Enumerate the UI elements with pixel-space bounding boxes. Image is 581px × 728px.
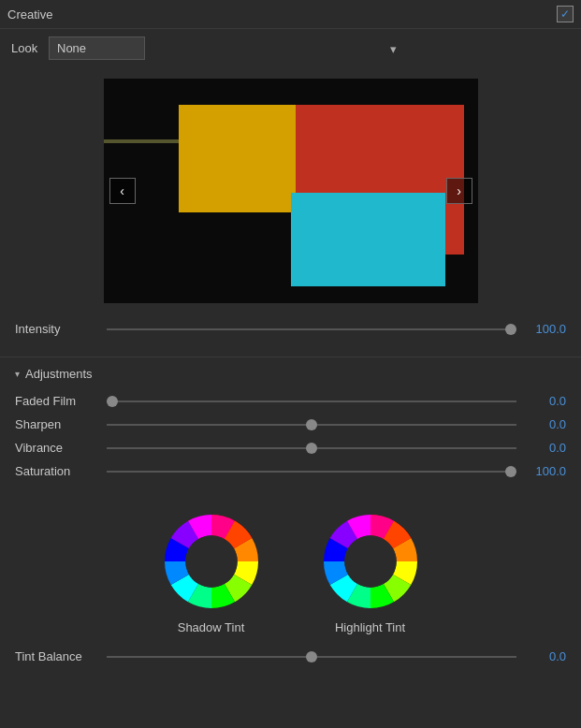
scratch-overlay <box>104 139 179 143</box>
panel-title: Creative <box>7 7 52 22</box>
look-row: Look None Fuji Velvia Kodak Portra Cross… <box>0 29 581 67</box>
intensity-slider[interactable] <box>107 328 516 330</box>
look-select[interactable]: None Fuji Velvia Kodak Portra Cross Proc… <box>49 36 145 60</box>
shadow-tint-label: Shadow Tint <box>178 620 245 634</box>
sharpen-value: 0.0 <box>524 417 566 431</box>
faded-film-row: Faded Film 0.0 <box>15 394 566 408</box>
tint-balance-section: Tint Balance 0.0 <box>0 642 581 680</box>
next-arrow-button[interactable]: › <box>446 178 472 204</box>
look-label: Look <box>11 41 39 55</box>
svg-point-2 <box>344 535 396 587</box>
highlight-tint-container: Highlight Tint <box>319 510 422 634</box>
faded-film-slider-wrapper <box>107 395 516 408</box>
adjustments-label: Adjustments <box>25 367 93 381</box>
saturation-row: Saturation 100.0 <box>15 464 566 478</box>
intensity-label: Intensity <box>15 322 99 336</box>
shadow-tint-wheel[interactable] <box>160 510 263 613</box>
intensity-section: Intensity 100.0 <box>0 314 581 353</box>
sharpen-label: Sharpen <box>15 417 99 431</box>
tint-balance-row: Tint Balance 0.0 <box>15 649 566 663</box>
shadow-tint-container: Shadow Tint <box>160 510 263 634</box>
svg-point-1 <box>185 535 237 587</box>
saturation-slider-wrapper <box>107 465 516 478</box>
faded-film-value: 0.0 <box>524 394 566 408</box>
saturation-value: 100.0 <box>524 464 566 478</box>
collapse-arrow-icon: ▾ <box>15 369 20 379</box>
highlight-tint-wheel[interactable] <box>319 510 422 613</box>
panel-header: Creative <box>0 0 581 29</box>
highlight-tint-label: Highlight Tint <box>335 620 405 634</box>
tint-balance-slider-wrapper <box>107 650 516 663</box>
vibrance-slider[interactable] <box>107 447 516 449</box>
divider-1 <box>0 357 581 357</box>
intensity-value: 100.0 <box>524 322 566 336</box>
vibrance-label: Vibrance <box>15 441 99 455</box>
vibrance-row: Vibrance 0.0 <box>15 441 566 455</box>
vibrance-value: 0.0 <box>524 441 566 455</box>
tint-balance-slider[interactable] <box>107 656 516 658</box>
saturation-label: Saturation <box>15 464 99 478</box>
sharpen-slider-wrapper <box>107 418 516 431</box>
tint-balance-label: Tint Balance <box>15 649 99 663</box>
sharpen-slider[interactable] <box>107 424 516 426</box>
sharpen-row: Sharpen 0.0 <box>15 417 566 431</box>
preview-container: ‹ › <box>104 79 478 303</box>
adjustments-header[interactable]: ▾ Adjustments <box>0 361 581 386</box>
adjustments-section: Faded Film 0.0 Sharpen 0.0 Vibrance 0.0 … <box>0 386 581 495</box>
faded-film-label: Faded Film <box>15 394 99 408</box>
color-block-cyan <box>291 193 445 286</box>
faded-film-slider[interactable] <box>107 400 516 402</box>
vibrance-slider-wrapper <box>107 442 516 455</box>
saturation-slider[interactable] <box>107 471 516 473</box>
intensity-slider-wrapper <box>107 323 516 336</box>
panel-enable-checkbox[interactable] <box>557 6 574 22</box>
tint-balance-value: 0.0 <box>524 649 566 663</box>
tint-wheels-row: Shadow Tint Highlight Tint <box>0 495 581 642</box>
prev-arrow-button[interactable]: ‹ <box>109 178 136 204</box>
preview-image <box>104 79 478 303</box>
intensity-row: Intensity 100.0 <box>15 322 566 336</box>
look-select-wrapper: None Fuji Velvia Kodak Portra Cross Proc… <box>49 36 404 60</box>
